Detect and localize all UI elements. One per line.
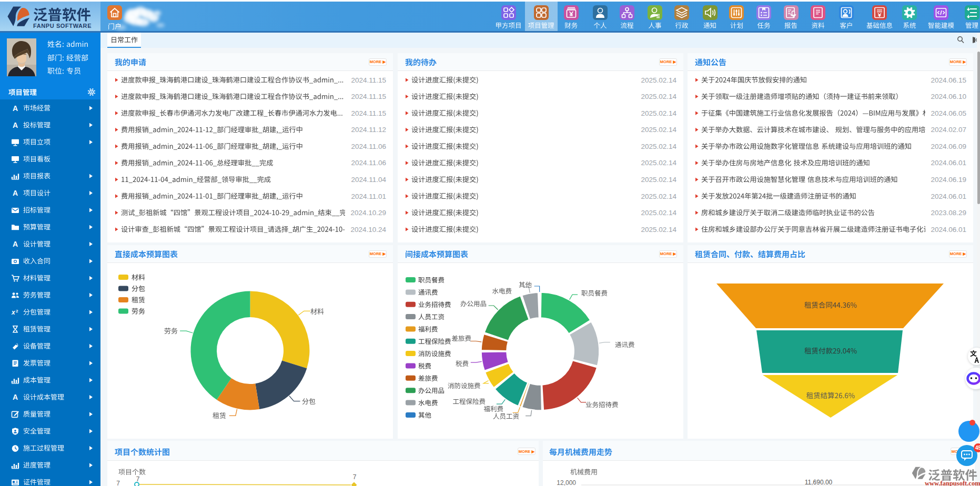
svg-text:2024.10.24: 2024.10.24 [350, 226, 386, 234]
svg-text:A: A [13, 240, 18, 248]
svg-text:A: A [13, 121, 18, 129]
svg-text:2023.08.29: 2023.08.29 [931, 209, 966, 217]
svg-text:2025.02.14: 2025.02.14 [641, 143, 676, 150]
svg-text:2024.06.05: 2024.06.05 [931, 109, 966, 117]
svg-text:2024.11.06: 2024.11.06 [351, 143, 386, 150]
svg-text:2024.06.09: 2024.06.09 [931, 143, 966, 150]
svg-text:A: A [13, 104, 18, 113]
svg-text:7: 7 [116, 480, 120, 486]
svg-text:2024.11.06: 2024.11.06 [351, 159, 386, 167]
svg-text:2025.02.14: 2025.02.14 [641, 93, 676, 100]
svg-text:2024.02.07: 2024.02.07 [931, 126, 966, 134]
svg-text:2024.06.01: 2024.06.01 [931, 226, 966, 234]
svg-text:2024.06.19: 2024.06.19 [931, 176, 966, 184]
svg-text:2025.02.14: 2025.02.14 [641, 76, 676, 84]
svg-text:7: 7 [353, 473, 357, 481]
svg-text:2024.11.01: 2024.11.01 [351, 193, 386, 200]
svg-text:2024.06.01: 2024.06.01 [931, 159, 966, 167]
svg-text:12,000: 12,000 [557, 479, 576, 486]
svg-text:2024.10.29: 2024.10.29 [350, 209, 386, 217]
svg-text:2024.11.15: 2024.11.15 [351, 109, 386, 117]
svg-text:A: A [13, 393, 18, 401]
svg-text:2025.02.14: 2025.02.14 [641, 226, 676, 234]
svg-text:2024.11.12: 2024.11.12 [351, 126, 386, 134]
svg-text:2024.11.04: 2024.11.04 [351, 176, 386, 184]
svg-text:2025.02.14: 2025.02.14 [641, 176, 676, 184]
svg-text:2024.11.15: 2024.11.15 [351, 76, 386, 84]
svg-text:2024.06.01: 2024.06.01 [931, 193, 966, 200]
svg-text:2025.02.14: 2025.02.14 [641, 126, 676, 134]
svg-text:2025.02.14: 2025.02.14 [641, 159, 676, 167]
svg-text:x: x [11, 309, 16, 316]
svg-text:2025.02.14: 2025.02.14 [641, 193, 676, 200]
svg-text:2024.06.10: 2024.06.10 [931, 93, 966, 100]
svg-text:7: 7 [136, 475, 140, 483]
svg-text:2025.02.14: 2025.02.14 [641, 109, 676, 117]
svg-text:A: A [13, 189, 18, 197]
svg-text:2024.11.15: 2024.11.15 [351, 93, 386, 100]
svg-text:2: 2 [16, 309, 18, 313]
svg-text:2025.02.14: 2025.02.14 [641, 209, 676, 217]
svg-text:2024.06.15: 2024.06.15 [931, 76, 966, 84]
